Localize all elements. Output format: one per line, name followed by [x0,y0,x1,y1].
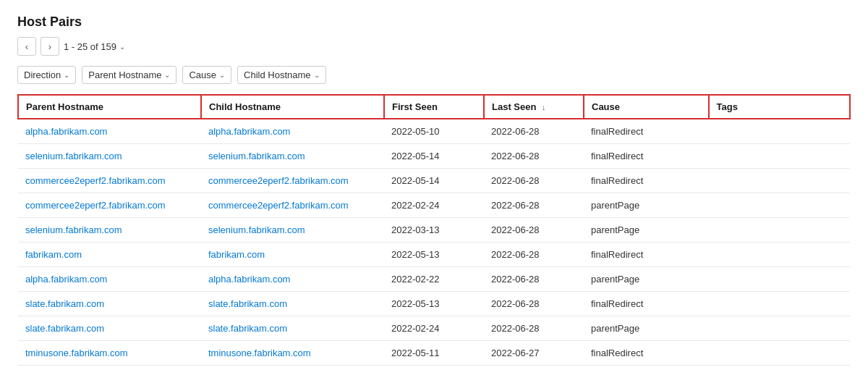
cell-child[interactable]: commercee2eperf2.fabrikam.com [201,169,384,193]
cell-tags [709,144,851,169]
col-header-parent[interactable]: Parent Hostname [18,95,201,119]
cell-last_seen: 2022-06-28 [484,267,584,292]
col-header-parent-label: Parent Hostname [26,101,103,112]
cell-tags [709,169,851,193]
col-header-first-seen-label: First Seen [392,101,438,112]
col-header-last-seen[interactable]: Last Seen ↓ [484,95,584,119]
col-header-last-seen-label: Last Seen [492,101,536,112]
col-header-child[interactable]: Child Hostname [201,95,384,119]
table-row: tminusone.fabrikam.comtminusone.fabrikam… [18,341,850,366]
host-pairs-table: Parent Hostname Child Hostname First See… [17,94,851,366]
cell-parent[interactable]: fabrikam.com [18,243,201,267]
cell-last_seen: 2022-06-28 [484,218,584,243]
filter-cause-chevron-icon: ⌄ [219,71,225,79]
cell-first_seen: 2022-03-13 [384,218,484,243]
cell-tags [709,243,851,267]
cell-first_seen: 2022-05-13 [384,292,484,316]
cell-first_seen: 2022-02-24 [384,316,484,341]
table-row: alpha.fabrikam.comalpha.fabrikam.com2022… [18,119,850,144]
col-header-tags[interactable]: Tags [709,95,851,119]
table-header-row: Parent Hostname Child Hostname First See… [18,95,850,119]
cell-cause: parentPage [584,193,709,218]
cell-cause: parentPage [584,218,709,243]
col-header-first-seen[interactable]: First Seen [384,95,484,119]
cell-last_seen: 2022-06-28 [484,144,584,169]
filter-cause-label: Cause [189,70,216,80]
cell-child[interactable]: tminusone.fabrikam.com [201,341,384,366]
cell-tags [709,119,851,144]
cell-cause: parentPage [584,267,709,292]
table-row: selenium.fabrikam.comselenium.fabrikam.c… [18,144,850,169]
cell-parent[interactable]: commercee2eperf2.fabrikam.com [18,193,201,218]
table-row: fabrikam.comfabrikam.com2022-05-132022-0… [18,243,850,267]
cell-child[interactable]: selenium.fabrikam.com [201,144,384,169]
table-row: slate.fabrikam.comslate.fabrikam.com2022… [18,292,850,316]
table-row: slate.fabrikam.comslate.fabrikam.com2022… [18,316,850,341]
cell-parent[interactable]: selenium.fabrikam.com [18,144,201,169]
col-header-cause-label: Cause [592,101,620,112]
pagination-info: 1 - 25 of 159 ⌄ [64,41,125,52]
cell-parent[interactable]: slate.fabrikam.com [18,316,201,341]
cell-cause: finalRedirect [584,292,709,316]
cell-first_seen: 2022-02-22 [384,267,484,292]
cell-child[interactable]: slate.fabrikam.com [201,292,384,316]
cell-parent[interactable]: alpha.fabrikam.com [18,119,201,144]
cell-last_seen: 2022-06-28 [484,169,584,193]
cell-first_seen: 2022-05-13 [384,243,484,267]
filter-bar: Direction ⌄ Parent Hostname ⌄ Cause ⌄ Ch… [17,66,851,84]
filter-child-hostname-label: Child Hostname [244,70,311,80]
pagination-chevron-icon: ⌄ [119,43,125,51]
cell-last_seen: 2022-06-28 [484,119,584,144]
filter-direction-label: Direction [24,70,61,80]
cell-parent[interactable]: alpha.fabrikam.com [18,267,201,292]
table-row: alpha.fabrikam.comalpha.fabrikam.com2022… [18,267,850,292]
cell-child[interactable]: slate.fabrikam.com [201,316,384,341]
table-body: alpha.fabrikam.comalpha.fabrikam.com2022… [18,119,850,366]
cell-child[interactable]: commercee2eperf2.fabrikam.com [201,193,384,218]
filter-direction-chevron-icon: ⌄ [64,71,69,79]
cell-child[interactable]: alpha.fabrikam.com [201,119,384,144]
cell-tags [709,267,851,292]
filter-parent-hostname[interactable]: Parent Hostname ⌄ [82,66,176,84]
col-header-cause[interactable]: Cause [584,95,709,119]
filter-child-hostname[interactable]: Child Hostname ⌄ [237,66,326,84]
cell-child[interactable]: fabrikam.com [201,243,384,267]
filter-parent-hostname-label: Parent Hostname [88,70,161,80]
cell-parent[interactable]: commercee2eperf2.fabrikam.com [18,169,201,193]
cell-last_seen: 2022-06-28 [484,193,584,218]
table-row: commercee2eperf2.fabrikam.comcommercee2e… [18,193,850,218]
cell-last_seen: 2022-06-28 [484,292,584,316]
cell-parent[interactable]: slate.fabrikam.com [18,292,201,316]
cell-tags [709,341,851,366]
cell-tags [709,193,851,218]
cell-parent[interactable]: tminusone.fabrikam.com [18,341,201,366]
cell-parent[interactable]: selenium.fabrikam.com [18,218,201,243]
pagination-bar: ‹ › 1 - 25 of 159 ⌄ [17,37,851,56]
cell-tags [709,218,851,243]
cell-child[interactable]: selenium.fabrikam.com [201,218,384,243]
cell-tags [709,316,851,341]
filter-direction[interactable]: Direction ⌄ [17,66,76,84]
table-row: selenium.fabrikam.comselenium.fabrikam.c… [18,218,850,243]
filter-parent-hostname-chevron-icon: ⌄ [164,71,170,79]
data-table-container: Parent Hostname Child Hostname First See… [17,94,851,366]
pagination-range: 1 - 25 of 159 [64,41,116,52]
table-row: commercee2eperf2.fabrikam.comcommercee2e… [18,169,850,193]
cell-first_seen: 2022-05-14 [384,144,484,169]
cell-first_seen: 2022-05-14 [384,169,484,193]
col-header-tags-label: Tags [717,101,738,112]
cell-cause: finalRedirect [584,341,709,366]
cell-first_seen: 2022-05-11 [384,341,484,366]
filter-cause[interactable]: Cause ⌄ [182,66,231,84]
cell-last_seen: 2022-06-28 [484,243,584,267]
cell-last_seen: 2022-06-28 [484,316,584,341]
cell-cause: finalRedirect [584,169,709,193]
cell-cause: finalRedirect [584,119,709,144]
last-seen-sort-icon: ↓ [542,103,546,111]
cell-tags [709,292,851,316]
cell-last_seen: 2022-06-27 [484,341,584,366]
prev-page-button[interactable]: ‹ [17,37,36,56]
cell-child[interactable]: alpha.fabrikam.com [201,267,384,292]
next-page-button[interactable]: › [41,37,59,56]
col-header-child-label: Child Hostname [209,101,281,112]
